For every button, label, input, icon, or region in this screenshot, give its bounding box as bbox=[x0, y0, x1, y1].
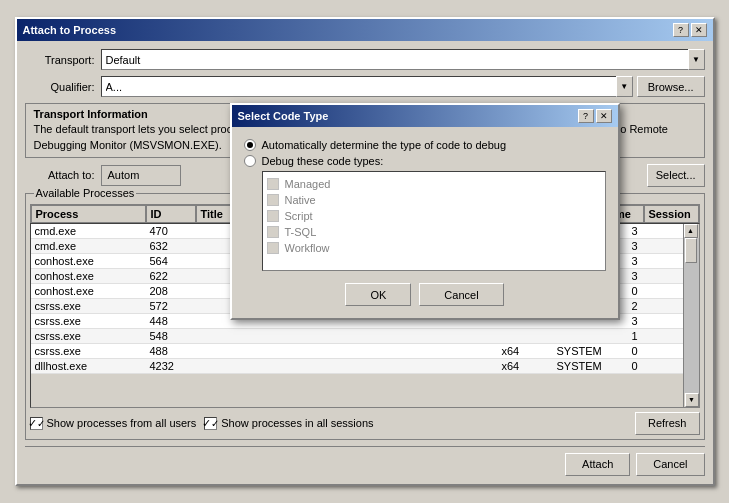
radio-auto-row: Automatically determine the type of code… bbox=[244, 139, 606, 151]
code-type-label: Native bbox=[285, 194, 316, 206]
code-type-item: Workflow bbox=[267, 240, 601, 256]
code-type-checkbox[interactable] bbox=[267, 226, 279, 238]
code-type-label: Workflow bbox=[285, 242, 330, 254]
dialog-title-buttons: ? ✕ bbox=[578, 109, 612, 123]
code-type-item: T-SQL bbox=[267, 224, 601, 240]
radio-auto-label: Automatically determine the type of code… bbox=[262, 139, 507, 151]
code-type-checkbox[interactable] bbox=[267, 210, 279, 222]
select-code-type-dialog: Select Code Type ? ✕ Automatically deter… bbox=[230, 103, 620, 320]
code-type-label: T-SQL bbox=[285, 226, 317, 238]
ok-button[interactable]: OK bbox=[345, 283, 411, 306]
code-types-listbox[interactable]: ManagedNativeScriptT-SQLWorkflow bbox=[262, 171, 606, 271]
dialog-content: Automatically determine the type of code… bbox=[232, 127, 618, 318]
code-type-item: Managed bbox=[267, 176, 601, 192]
radio-manual-label: Debug these code types: bbox=[262, 155, 384, 167]
code-type-label: Managed bbox=[285, 178, 331, 190]
dialog-close-button[interactable]: ✕ bbox=[596, 109, 612, 123]
code-type-label: Script bbox=[285, 210, 313, 222]
code-type-checkbox[interactable] bbox=[267, 242, 279, 254]
radio-manual[interactable] bbox=[244, 155, 256, 167]
code-type-checkbox[interactable] bbox=[267, 178, 279, 190]
dialog-buttons: OK Cancel bbox=[244, 283, 606, 306]
dialog-help-button[interactable]: ? bbox=[578, 109, 594, 123]
dialog-cancel-button[interactable]: Cancel bbox=[419, 283, 503, 306]
code-type-item: Script bbox=[267, 208, 601, 224]
radio-auto[interactable] bbox=[244, 139, 256, 151]
code-type-checkbox[interactable] bbox=[267, 194, 279, 206]
radio-manual-row: Debug these code types: bbox=[244, 155, 606, 167]
code-type-item: Native bbox=[267, 192, 601, 208]
main-window: Attach to Process ? ✕ Transport: ▼ Quali… bbox=[15, 17, 715, 486]
dialog-title-bar: Select Code Type ? ✕ bbox=[232, 105, 618, 127]
modal-overlay: Select Code Type ? ✕ Automatically deter… bbox=[17, 19, 713, 484]
dialog-title: Select Code Type bbox=[238, 110, 329, 122]
